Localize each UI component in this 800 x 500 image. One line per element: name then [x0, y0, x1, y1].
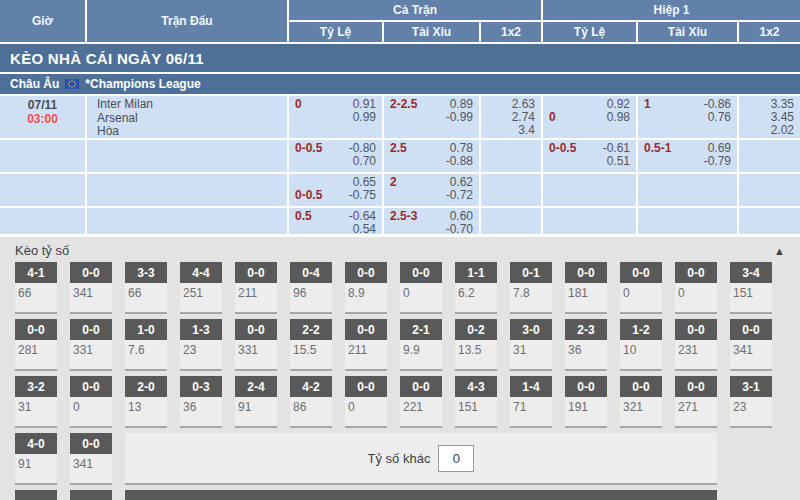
score-odds-cell[interactable]: 0-08.9	[345, 262, 387, 314]
score-odds-cell[interactable]: 0-00	[70, 376, 112, 428]
score-odds-cell[interactable]: 1-16.2	[455, 262, 497, 314]
score-label: 2-3	[565, 319, 607, 340]
score-odds-cell[interactable]: 0-00	[620, 262, 662, 314]
score-odds-cell[interactable]: 0-00	[675, 262, 717, 314]
odds-value: -0.79	[704, 155, 731, 168]
odds-cell-h1-overunder-empty	[638, 208, 737, 234]
score-odds-cell[interactable]: 1-210	[620, 319, 662, 371]
score-label: 3-0	[510, 319, 552, 340]
odds-line: 0.51	[549, 155, 630, 168]
score-label: 4-2	[290, 376, 332, 397]
odds-cell-ft-handicap[interactable]: 0.650-0.5-0.75	[289, 174, 382, 206]
score-odds-cell[interactable]: 4-091	[15, 433, 57, 485]
match-teams-empty	[87, 140, 287, 172]
score-odds-cell[interactable]: 0-00	[400, 262, 442, 314]
score-odds-cell[interactable]: 4-166	[15, 262, 57, 314]
odds-cell-h1-handicap[interactable]: 0-0.5-0.610.51	[543, 140, 636, 172]
score-label: 3-4	[730, 262, 772, 283]
odds-cell-ft-handicap[interactable]: 00.910.99	[289, 96, 382, 138]
odds-cell-ft-handicap[interactable]: 0.5-0.640.54	[289, 208, 382, 234]
score-label: 1-3	[180, 319, 222, 340]
score-odds-cell[interactable]	[15, 490, 57, 500]
other-score-label: Tỷ số khác	[368, 451, 431, 466]
score-odds-cell[interactable]: 2-491	[235, 376, 277, 428]
score-label: 0-0	[70, 262, 112, 283]
score-odds-value: 331	[235, 340, 277, 357]
score-odds-cell[interactable]: 0-0321	[620, 376, 662, 428]
score-label: 0-0	[235, 262, 277, 283]
score-odds-cell[interactable]: 0-336	[180, 376, 222, 428]
odds-cell-ft-overunder[interactable]: 2.5-30.60-0.70	[384, 208, 479, 234]
other-score-input[interactable]	[438, 445, 474, 472]
handicap-label: 0.5-1	[644, 142, 671, 155]
score-label: 0-0	[70, 319, 112, 340]
1x2-value: 3.4	[487, 124, 535, 137]
score-odds-cell[interactable]: 0-0191	[565, 376, 607, 428]
score-odds-cell[interactable]: 0-0211	[235, 262, 277, 314]
score-odds-cell[interactable]: 3-4151	[730, 262, 772, 314]
odds-line: -0.88	[390, 155, 473, 168]
score-odds-cell[interactable]	[70, 490, 112, 500]
score-odds-cell[interactable]: 0-213.5	[455, 319, 497, 371]
score-odds-cell[interactable]: 4-286	[290, 376, 332, 428]
score-odds-cell[interactable]: 3-231	[15, 376, 57, 428]
score-odds-cell[interactable]: 0-0231	[675, 319, 717, 371]
score-odds-value: 341	[70, 454, 112, 471]
odds-line: -0.79	[644, 155, 731, 168]
score-odds-cell[interactable]: 2-013	[125, 376, 167, 428]
score-odds-cell[interactable]: 0-0271	[675, 376, 717, 428]
odds-cell-ft-overunder[interactable]: 2-2.50.89-0.99	[384, 96, 479, 138]
score-odds-cell[interactable]: 0-0221	[400, 376, 442, 428]
match-teams-empty	[87, 174, 287, 206]
odds-value: -0.72	[446, 189, 473, 202]
score-odds-value: 66	[15, 283, 57, 300]
score-odds-cell[interactable]: 0-0181	[565, 262, 607, 314]
score-odds-cell[interactable]: 3-123	[730, 376, 772, 428]
score-odds-cell[interactable]: 1-471	[510, 376, 552, 428]
odds-cell-ft-overunder[interactable]: 20.62-0.72	[384, 174, 479, 206]
score-odds-cell[interactable]: 2-336	[565, 319, 607, 371]
odds-cell-h1-1x2[interactable]: 3.353.452.02	[739, 96, 800, 138]
score-odds-cell[interactable]: 0-0341	[70, 262, 112, 314]
collapse-arrow-icon[interactable]: ▲	[774, 245, 785, 257]
score-odds-cell[interactable]: 0-0341	[730, 319, 772, 371]
score-odds-cell[interactable]: 0-0281	[15, 319, 57, 371]
odds-cell-ft-handicap[interactable]: 0-0.5-0.800.70	[289, 140, 382, 172]
odds-cell-h1-handicap-empty	[543, 208, 636, 234]
score-odds-cell[interactable]: 4-3151	[455, 376, 497, 428]
score-label: 0-0	[620, 376, 662, 397]
score-odds-cell[interactable]: 4-4251	[180, 262, 222, 314]
odds-cell-ft-overunder[interactable]: 2.50.78-0.88	[384, 140, 479, 172]
score-label: 4-3	[455, 376, 497, 397]
score-odds-cell[interactable]: 0-496	[290, 262, 332, 314]
score-odds-cell[interactable]: 0-0211	[345, 319, 387, 371]
odds-cell-h1-overunder[interactable]: 0.5-10.69-0.79	[638, 140, 737, 172]
score-odds-cell[interactable]: 0-0331	[235, 319, 277, 371]
score-odds-cell[interactable]: 0-00	[345, 376, 387, 428]
odds-cell-ft-1x2[interactable]: 2.632.743.4	[481, 96, 541, 138]
score-odds-cell[interactable]: 1-07.6	[125, 319, 167, 371]
score-odds-cell[interactable]: 2-215.5	[290, 319, 332, 371]
score-odds-cell[interactable]: 0-0331	[70, 319, 112, 371]
match-teams-empty	[87, 208, 287, 234]
handicap-label: 2-2.5	[390, 98, 417, 111]
handicap-label: 1	[644, 98, 651, 111]
odds-line: -0.72	[390, 189, 473, 202]
score-label: 0-2	[455, 319, 497, 340]
score-odds-cell[interactable]: 0-17.8	[510, 262, 552, 314]
score-odds-cell[interactable]: 0-0341	[70, 433, 112, 485]
handicap-label: 2.5	[390, 142, 407, 155]
handicap-label: 0-0.5	[295, 142, 322, 155]
score-odds-cell[interactable]: 2-19.9	[400, 319, 442, 371]
score-label: 3-1	[730, 376, 772, 397]
score-odds-cell[interactable]: 1-323	[180, 319, 222, 371]
odds-cell-h1-handicap[interactable]: 0.9200.98	[543, 96, 636, 138]
match-time: 07/1103:00	[0, 96, 85, 138]
score-odds-cell[interactable]: 3-031	[510, 319, 552, 371]
score-label: 0-0	[400, 376, 442, 397]
odds-line: 0.99	[295, 111, 376, 124]
score-label: 3-3	[125, 262, 167, 283]
score-label: 0-0	[730, 319, 772, 340]
odds-cell-h1-overunder[interactable]: 1-0.860.76	[638, 96, 737, 138]
score-odds-cell[interactable]: 3-366	[125, 262, 167, 314]
